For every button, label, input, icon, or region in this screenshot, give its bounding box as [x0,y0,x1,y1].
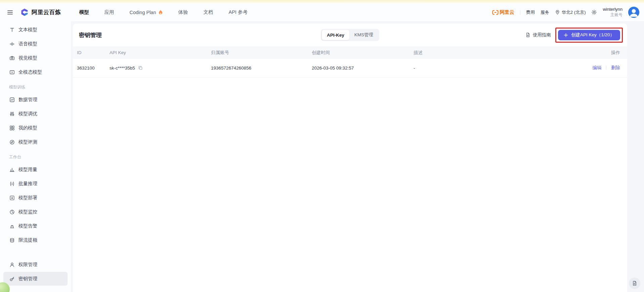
camera-icon [9,55,15,61]
document-icon [525,32,530,38]
copy-icon[interactable] [138,66,143,70]
billing-link[interactable]: 费用 [526,9,535,15]
sliders-icon [9,111,15,117]
nav-api-reference[interactable]: API 参考 [229,9,248,15]
tab-kms[interactable]: KMS管理 [349,30,378,40]
sidebar-item-model-tuning[interactable]: 模型调优 [3,107,68,121]
bailian-logo[interactable]: 阿里云百炼 [20,8,61,17]
nav-playground[interactable]: 体验 [178,9,188,15]
nav-coding-plan[interactable]: Coding Plan [130,10,163,15]
grid-icon [9,125,15,131]
app-root: 阿里云百炼 模型 应用 Coding Plan 体验 [0,0,644,292]
header-actions: 使用指南 创建API Key（1/20） [525,28,623,43]
nav-docs[interactable]: 文档 [204,9,213,15]
cell-created: 2026-03-05 09:32:57 [308,59,410,77]
compass-icon [9,139,15,145]
sidebar-spacer [0,247,71,257]
nav-apps[interactable]: 应用 [104,9,114,15]
nav-models[interactable]: 模型 [79,9,89,15]
sidebar-item-text-model[interactable]: 文本模型 [3,23,68,37]
sidebar-group-workbench: 工作台 [0,149,71,162]
table-header: ID API Key 归属账号 创建时间 描述 操作 [73,46,627,59]
divider [520,10,520,15]
cell-account: 1936572674260856 [207,59,308,77]
red-annotation-box: 创建API Key（1/20） [555,28,623,43]
key-type-tabs: API-Key KMS管理 [321,29,379,41]
sidebar-item-model-alerts[interactable]: 模型告警 [3,219,68,233]
primary-nav: 模型 应用 Coding Plan 体验 文档 [79,9,248,15]
topbar: 阿里云百炼 模型 应用 Coding Plan 体验 [0,3,644,21]
hamburger-menu-icon[interactable] [7,9,14,16]
notification-banner-sliver [0,0,644,3]
cell-description: - [410,59,570,77]
plus-icon [564,33,568,37]
deploy-box-icon [9,195,15,201]
settings-gear-icon[interactable] [591,9,597,15]
avatar[interactable] [628,7,639,18]
topbar-right: 阿里云 费用 服务 华北2 (北京) [492,7,639,18]
person-icon [9,262,15,267]
app-title: 阿里云百炼 [32,8,61,16]
api-key-table: ID API Key 归属账号 创建时间 描述 操作 3632100 [73,46,627,78]
aliyun-logo[interactable]: 阿里云 [492,9,514,15]
location-pin-icon [555,10,560,15]
col-account: 归属账号 [207,46,308,59]
sidebar-item-rate-limits[interactable]: 限流提额 [3,233,68,247]
user-account[interactable]: winterlynn 主账号 [603,7,622,17]
card-header: 密钥管理 API-Key KMS管理 [73,24,627,46]
user-role: 主账号 [603,12,622,18]
col-created: 创建时间 [308,46,410,59]
page-title: 密钥管理 [79,31,102,39]
sidebar-item-vision-model[interactable]: 视觉模型 [3,51,68,65]
services-link[interactable]: 服务 [541,9,549,15]
col-id: ID [73,46,105,59]
key-icon [9,276,15,282]
key-management-card: 密钥管理 API-Key KMS管理 [73,24,627,292]
cell-id: 3632100 [73,59,105,77]
col-actions: 操作 [570,46,627,59]
waveform-icon [9,41,15,47]
sidebar-item-batch-inference[interactable]: 批量推理 [3,177,68,191]
sidebar-item-model-monitoring[interactable]: 模型监控 [3,205,68,219]
edit-link[interactable]: 编辑 [592,65,601,70]
api-key-value: sk-c****35b5 [110,66,135,71]
database-icon [9,237,15,243]
sidebar-item-model-deployment[interactable]: 模型部署 [3,191,68,205]
action-divider [606,66,606,70]
table-row: 3632100 sk-c****35b5 [73,59,627,77]
floating-doc-button[interactable] [629,278,640,289]
sidebar-item-omni-model[interactable]: 全模态模型 [3,65,68,79]
sidebar: 文本模型 语音模型 视觉模型 [0,21,71,292]
bar-chart-icon [9,167,15,172]
create-api-key-button[interactable]: 创建API Key（1/20） [558,30,620,40]
text-model-icon [9,27,15,33]
sidebar-item-data-management[interactable]: 数据管理 [3,93,68,107]
alarm-icon [9,223,15,229]
chart-box-icon [9,97,15,102]
batch-braces-icon [9,181,15,186]
sidebar-item-key-management[interactable]: 密钥管理 [3,272,68,286]
bailian-logo-icon [20,8,29,17]
sidebar-group-model-training: 模型训练 [0,79,71,92]
col-api-key: API Key [105,46,207,59]
body: 文本模型 语音模型 视觉模型 [0,21,644,292]
sidebar-item-model-evaluation[interactable]: 模型评测 [3,135,68,149]
pie-chart-icon [9,209,15,215]
sidebar-item-permission-management[interactable]: 权限管理 [3,258,68,272]
col-description: 描述 [410,46,570,59]
sidebar-item-my-models[interactable]: 我的模型 [3,121,68,135]
sidebar-item-model-usage[interactable]: 模型用量 [3,163,68,176]
flame-icon [158,10,163,15]
cell-api-key: sk-c****35b5 [105,59,207,77]
tab-api-key[interactable]: API-Key [322,30,349,40]
region-selector[interactable]: 华北2 (北京) [555,9,586,15]
video-play-icon [9,69,15,75]
delete-link[interactable]: 删除 [611,65,620,70]
content-area: 密钥管理 API-Key KMS管理 [71,21,644,292]
usage-guide-link[interactable]: 使用指南 [525,32,551,38]
sidebar-item-speech-model[interactable]: 语音模型 [3,37,68,51]
cell-actions: 编辑 删除 [570,59,627,77]
user-name: winterlynn [603,7,622,12]
